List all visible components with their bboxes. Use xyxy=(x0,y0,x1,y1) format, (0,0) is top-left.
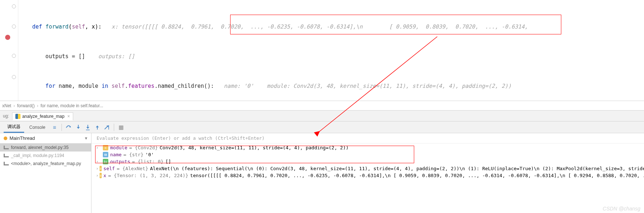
variable-row[interactable]: › ≡ x = {Tensor: (1, 3, 224, 224)} tenso… xyxy=(91,172,644,179)
fold-icon[interactable] xyxy=(12,25,16,29)
breakpoint-icon[interactable] xyxy=(5,35,10,40)
stack-frame[interactable]: _call_impl, module.py:1194 xyxy=(0,152,91,160)
evaluate-input[interactable]: Evaluate expression (Enter) or add a wat… xyxy=(91,133,644,143)
frame-icon xyxy=(4,146,9,149)
breadcrumb-item[interactable]: forward() xyxy=(17,103,35,108)
code-line: def forward(self, x): x: tensor([[[[ 0.8… xyxy=(18,22,644,32)
debug-run-tabs: ug: analyze_feature_map × xyxy=(0,111,644,122)
thread-status-icon xyxy=(4,137,7,140)
run-to-cursor-icon[interactable] xyxy=(103,123,111,131)
expand-icon[interactable]: › xyxy=(97,167,98,171)
close-icon[interactable]: × xyxy=(67,114,70,119)
variable-row[interactable]: 0I name = {str} '0' xyxy=(91,151,644,158)
step-into-my-code-icon[interactable] xyxy=(84,123,92,131)
evaluate-expression-icon[interactable]: ▦ xyxy=(117,123,125,131)
show-execution-point-icon[interactable]: ≡ xyxy=(50,123,59,131)
run-config-tab[interactable]: analyze_feature_map × xyxy=(12,112,73,120)
debug-toolbar: 调试器 Console ≡ ▦ xyxy=(0,122,644,133)
fold-icon[interactable] xyxy=(12,54,16,58)
python-icon xyxy=(15,114,20,119)
frame-label: <module>, analyze_feature_map.py xyxy=(11,161,81,166)
expand-icon[interactable]: › xyxy=(97,146,101,150)
variables-pane: Evaluate expression (Enter) or add a wat… xyxy=(91,133,644,213)
breadcrumb[interactable]: xNet › forward() › for name, module in s… xyxy=(0,101,644,111)
code-body[interactable]: def forward(self, x): x: tensor([[[[ 0.8… xyxy=(18,0,644,101)
code-line: outputs = [] outputs: [] xyxy=(18,52,644,61)
tab-debugger[interactable]: 调试器 xyxy=(4,122,24,133)
variable-row[interactable]: › ⁞≡ outputs = {list: 0} [] xyxy=(91,158,644,165)
editor-area: def forward(self, x): x: tensor([[[[ 0.8… xyxy=(0,0,644,101)
breadcrumb-item[interactable]: for name, module in self.featur... xyxy=(41,103,103,108)
step-into-icon[interactable] xyxy=(74,123,82,131)
tab-console[interactable]: Console xyxy=(26,123,49,132)
stack-frame[interactable]: <module>, analyze_feature_map.py xyxy=(0,160,91,168)
step-out-icon[interactable] xyxy=(93,123,101,131)
variables-list: › ≡ module = {Conv2d} Conv2d(3, 48, kern… xyxy=(91,143,644,213)
thread-selector[interactable]: MainThread ▾ xyxy=(0,133,91,143)
thread-name: MainThread xyxy=(10,135,35,141)
debug-panes: MainThread ▾ forward, alexnet_model.py:3… xyxy=(0,133,644,213)
chevron-right-icon: › xyxy=(14,103,15,108)
frame-icon xyxy=(4,162,9,165)
variable-row[interactable]: › ≡ self = {AlexNet} AlexNet(\n (feature… xyxy=(91,165,644,172)
code-line: for name, module in self.features.named_… xyxy=(18,81,644,91)
gutter xyxy=(0,0,18,101)
debug-label: ug: xyxy=(3,113,9,119)
object-type-icon: ≡ xyxy=(100,173,101,178)
expand-icon[interactable]: › xyxy=(97,160,101,164)
string-type-icon: 0I xyxy=(103,152,108,157)
fold-icon[interactable] xyxy=(12,75,16,79)
chevron-down-icon[interactable]: ▾ xyxy=(85,135,87,141)
chevron-right-icon: › xyxy=(37,103,38,108)
object-type-icon: ≡ xyxy=(103,145,108,150)
run-config-name: analyze_feature_map xyxy=(22,114,64,119)
frame-label: forward, alexnet_model.py:35 xyxy=(11,145,68,150)
frames-pane: MainThread ▾ forward, alexnet_model.py:3… xyxy=(0,133,91,213)
expand-icon[interactable]: › xyxy=(97,173,98,178)
list-type-icon: ⁞≡ xyxy=(103,159,108,164)
breadcrumb-item[interactable]: xNet xyxy=(2,103,11,108)
object-type-icon: ≡ xyxy=(100,166,101,171)
frame-icon xyxy=(4,154,9,157)
stack-frame[interactable]: forward, alexnet_model.py:35 xyxy=(0,143,91,152)
variable-row[interactable]: › ≡ module = {Conv2d} Conv2d(3, 48, kern… xyxy=(91,144,644,151)
step-over-icon[interactable] xyxy=(65,123,73,131)
fold-icon[interactable] xyxy=(12,4,16,8)
frame-label: _call_impl, module.py:1194 xyxy=(11,153,64,158)
